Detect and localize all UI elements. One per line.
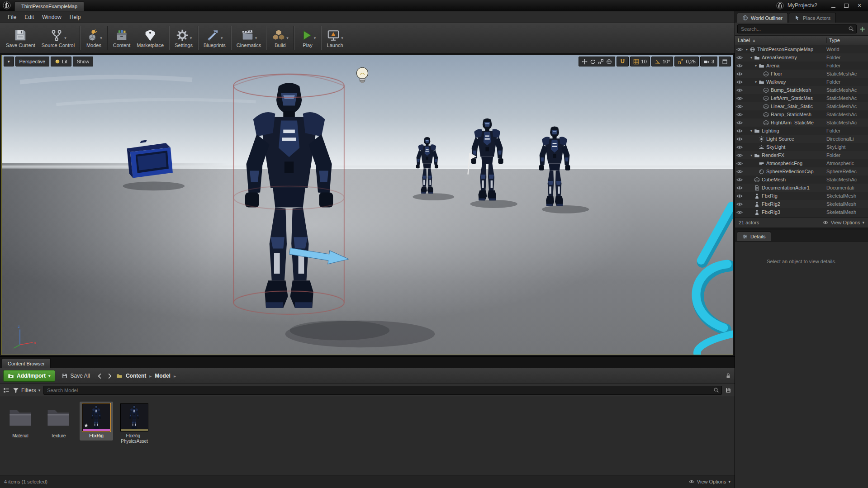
outliner-row-Linear_Stair_Static[interactable]: Linear_Stair_StaticStaticMeshAc [735,102,868,110]
visibility-eye-icon[interactable] [736,169,745,174]
asset-thumbnail[interactable] [6,403,34,431]
toolbar-save-current-button[interactable]: Save Current [3,24,38,52]
scale-tool-icon[interactable] [598,59,604,65]
outliner-row-ArenaGeometry[interactable]: ▾ArenaGeometryFolder [735,53,868,62]
outliner-row-RightArm_StaticMe[interactable]: RightArm_StaticMeStaticMeshAc [735,118,868,127]
restore-button[interactable] [840,2,852,9]
breadcrumb-chevron-icon[interactable]: ▸ [174,374,176,379]
visibility-eye-icon[interactable] [736,104,745,109]
cyan-3d-text-actor[interactable] [696,206,733,355]
outliner-row-SphereReflectionCap[interactable]: SphereReflectionCapSphereReflec [735,167,868,175]
dropdown-caret-icon[interactable]: ▾ [100,36,102,40]
outliner-row-DocumentationActor1[interactable]: DocumentationActor1Documentati [735,184,868,192]
menu-edit[interactable]: Edit [20,14,38,20]
expander-arrow-icon[interactable]: ▾ [754,80,758,84]
toolbar-settings-button[interactable]: ▾Settings [171,24,196,52]
outliner-row-Light-Source[interactable]: Light SourceDirectionalLi [735,135,868,143]
scale-snap-control[interactable]: 0,25 [674,57,698,66]
outliner-row-Arena[interactable]: ▾ArenaFolder [735,62,868,70]
toolbar-play-button[interactable]: ▾Play [296,24,319,52]
lock-icon[interactable] [725,373,731,379]
outliner-row-AtmosphericFog[interactable]: AtmosphericFogAtmospheric [735,159,868,167]
save-all-button[interactable]: Save All [58,370,93,381]
camera-speed-control[interactable]: 3 [700,57,717,66]
tab-details[interactable]: Details [737,232,771,241]
dropdown-caret-icon[interactable]: ▾ [314,36,316,40]
outliner-row-Lighting[interactable]: ▾LightingFolder [735,127,868,135]
dropdown-caret-icon[interactable]: ▾ [255,36,257,40]
visibility-eye-icon[interactable] [736,88,745,93]
grid-snap-value[interactable]: 10 [641,59,647,64]
filters-button[interactable]: Filters ▾ [13,387,40,393]
camera-speed-value[interactable]: 3 [711,59,714,64]
content-view-options-button[interactable]: View Options ▾ [688,479,730,484]
character-actor-3[interactable] [471,118,503,201]
visibility-eye-icon[interactable] [736,177,745,182]
move-tool-icon[interactable] [582,59,588,65]
asset-tile-FbxRig[interactable]: FbxRig [80,402,113,441]
asset-tile-Material[interactable]: Material [4,402,37,441]
outliner-row-Walkway[interactable]: ▾WalkwayFolder [735,78,868,86]
character-actor-4[interactable] [539,126,570,206]
visibility-eye-icon[interactable] [736,185,745,190]
rotation-snap-control[interactable]: 10° [651,57,674,66]
expander-arrow-icon[interactable]: ▾ [745,47,749,52]
outliner-row-LeftArm_StaticMes[interactable]: LeftArm_StaticMesStaticMeshAc [735,94,868,102]
visibility-eye-icon[interactable] [736,202,745,207]
breadcrumb-content[interactable]: Content [126,373,146,379]
maximize-viewport-button[interactable] [719,57,731,66]
expander-arrow-icon[interactable]: ▾ [754,64,758,68]
dropdown-caret-icon[interactable]: ▾ [221,36,223,40]
outliner-row-ThirdPersonExampleMap[interactable]: ▾ThirdPersonExampleMapWorld [735,45,868,53]
outliner-search-input[interactable] [737,24,857,33]
forward-arrow-icon[interactable] [106,373,113,379]
outliner-view-options-button[interactable]: View Options ▾ [822,220,864,225]
toolbar-build-button[interactable]: ▾Build [269,24,292,52]
back-arrow-icon[interactable] [96,373,103,379]
asset-thumbnail[interactable] [82,403,110,431]
selected-character-actor[interactable] [245,83,333,308]
minimize-button[interactable] [827,2,839,9]
visibility-eye-icon[interactable] [736,112,745,117]
search-options-icon[interactable] [859,26,866,33]
scale-snap-value[interactable]: 0,25 [686,59,695,64]
viewport-scene[interactable]: z x [2,55,733,355]
toolbar-marketplace-button[interactable]: Marketplace [133,24,167,52]
visibility-eye-icon[interactable] [736,128,745,133]
rotation-snap-value[interactable]: 10° [663,59,670,64]
visibility-eye-icon[interactable] [736,120,745,125]
toolbar-cinematics-button[interactable]: ▾Cinematics [233,24,264,52]
asset-tile-Texture[interactable]: Texture [42,402,75,441]
visibility-eye-icon[interactable] [736,194,745,199]
surface-snap-button[interactable] [617,57,629,66]
asset-tile-FbxRig_[interactable]: FbxRig_ PhysicsAsset [118,402,151,446]
expander-arrow-icon[interactable]: ▾ [749,129,754,133]
column-type[interactable]: Type [826,38,868,43]
content-browser-tab[interactable]: Content Browser [2,358,51,368]
dropdown-caret-icon[interactable]: ▾ [341,36,343,40]
perspective-button[interactable]: Perspective [15,57,49,66]
toolbar-content-button[interactable]: Content [110,24,134,52]
visibility-eye-icon[interactable] [736,153,745,158]
character-actor-2[interactable] [416,137,438,194]
rotate-tool-icon[interactable] [590,59,596,65]
visibility-eye-icon[interactable] [736,55,745,60]
viewport[interactable]: z x ▾ Perspective Lit Show [1,55,733,355]
light-source-sprite[interactable] [356,67,368,83]
content-search-input[interactable] [43,386,722,395]
outliner-row-Floor[interactable]: FloorStaticMeshAc [735,70,868,78]
visibility-eye-icon[interactable] [736,63,745,68]
menu-file[interactable]: File [4,14,20,20]
close-button[interactable]: × [854,2,865,9]
dropdown-caret-icon[interactable]: ▾ [190,36,192,40]
visibility-eye-icon[interactable] [736,210,745,215]
viewport-options-button[interactable]: ▾ [4,57,14,66]
visibility-eye-icon[interactable] [736,47,745,52]
visibility-eye-icon[interactable] [736,71,745,76]
speaker-box-actor[interactable] [127,140,173,178]
outliner-row-FbxRig3[interactable]: FbxRig3SkeletalMesh [735,208,868,216]
visibility-eye-icon[interactable] [736,137,745,142]
menu-help[interactable]: Help [66,14,85,20]
world-local-toggle-icon[interactable] [606,59,612,65]
dropdown-caret-icon[interactable]: ▾ [286,36,289,40]
